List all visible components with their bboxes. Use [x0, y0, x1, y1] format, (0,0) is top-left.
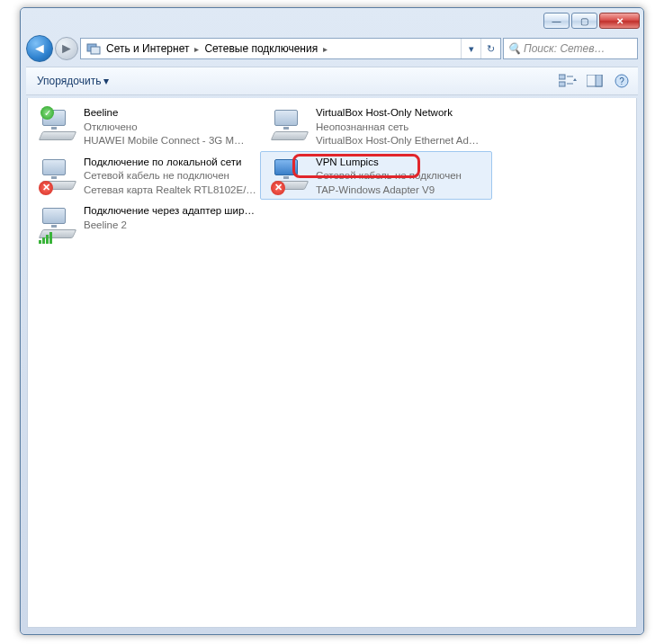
nav-back-button[interactable]: ◄: [26, 35, 53, 62]
network-adapter-icon: ✕: [269, 154, 312, 197]
item-device: VirtualBox Host-Only Ethernet Ad…: [316, 134, 490, 148]
svg-rect-1: [91, 47, 100, 54]
item-name: VPN Lumpics: [316, 156, 490, 170]
status-enabled-icon: ✓: [40, 106, 54, 120]
search-input[interactable]: 🔍 Поиск: Сетев…: [503, 38, 638, 59]
arrow-right-icon: ►: [59, 40, 74, 57]
refresh-button[interactable]: ↻: [480, 39, 500, 58]
svg-rect-2: [559, 75, 565, 79]
control-panel-icon: [85, 40, 102, 57]
preview-pane-button[interactable]: [584, 71, 606, 91]
item-status: Сетевой кабель не подключен: [84, 169, 258, 183]
item-device: TAP-Windows Adapter V9: [316, 183, 490, 198]
item-name: VirtualBox Host-Only Network: [316, 106, 490, 121]
item-text: Подключение по локальной сетиСетевой каб…: [84, 154, 258, 198]
status-error-icon: ✕: [39, 181, 53, 195]
command-bar: Упорядочить ▾ ?: [26, 67, 638, 95]
connection-item[interactable]: ✕VPN LumpicsСетевой кабель не подключенT…: [260, 151, 492, 201]
item-name: Подключение через адаптер широкополосной…: [84, 204, 258, 219]
item-text: BeelineОтключеноHUAWEI Mobile Connect - …: [84, 104, 258, 148]
connection-item[interactable]: VirtualBox Host-Only NetworkНеопознанная…: [260, 102, 492, 151]
maximize-button[interactable]: ▢: [571, 13, 597, 29]
svg-rect-7: [596, 75, 602, 86]
svg-text:?: ?: [619, 76, 624, 86]
organize-label: Упорядочить: [37, 75, 101, 87]
address-dropdown-button[interactable]: ▾: [461, 39, 480, 58]
connection-item[interactable]: Подключение через адаптер широкополосной…: [28, 200, 260, 248]
network-adapter-icon: ✕: [37, 154, 80, 197]
chevron-down-icon: ▾: [103, 75, 109, 87]
item-text: VirtualBox Host-Only NetworkНеопознанная…: [316, 104, 490, 148]
arrow-left-icon: ◄: [32, 40, 47, 57]
item-name: Beeline: [84, 106, 258, 121]
title-bar[interactable]: — ▢ ✕: [21, 8, 643, 33]
item-text: Подключение через адаптер широкополосной…: [84, 202, 258, 232]
svg-rect-3: [559, 82, 565, 86]
item-text: VPN LumpicsСетевой кабель не подключенTA…: [316, 154, 490, 198]
breadcrumb-arrow-icon[interactable]: ▸: [319, 44, 331, 54]
connection-item[interactable]: ✓BeelineОтключеноHUAWEI Mobile Connect -…: [28, 102, 260, 151]
signal-bars-icon: [39, 231, 57, 244]
content-area[interactable]: ✓BeelineОтключеноHUAWEI Mobile Connect -…: [27, 98, 637, 628]
minimize-button[interactable]: —: [543, 13, 570, 29]
network-adapter-icon: [269, 104, 312, 148]
item-status: Неопознанная сеть: [316, 121, 490, 135]
breadcrumb-arrow-icon[interactable]: ▸: [191, 44, 202, 54]
connection-item[interactable]: ✕Подключение по локальной сетиСетевой ка…: [28, 151, 260, 201]
organize-menu[interactable]: Упорядочить ▾: [31, 72, 114, 90]
view-options-button[interactable]: [557, 71, 579, 91]
item-status: Beeline 2: [84, 219, 258, 233]
network-adapter-icon: [37, 202, 80, 246]
item-name: Подключение по локальной сети: [84, 156, 258, 170]
explorer-window: — ▢ ✕ ◄ ► Сеть и Интернет ▸ Сетевые подк…: [0, 0, 664, 644]
search-placeholder: Поиск: Сетев…: [524, 42, 606, 55]
nav-bar: ◄ ► Сеть и Интернет ▸ Сетевые подключени…: [26, 33, 638, 64]
nav-forward-button: ►: [55, 37, 78, 60]
close-button[interactable]: ✕: [599, 13, 640, 29]
address-bar[interactable]: Сеть и Интернет ▸ Сетевые подключения ▸ …: [80, 38, 501, 59]
help-button[interactable]: ?: [611, 71, 633, 91]
item-device: HUAWEI Mobile Connect - 3G M…: [84, 134, 258, 148]
item-status: Сетевой кабель не подключен: [316, 169, 490, 183]
breadcrumb-seg-1[interactable]: Сеть и Интернет: [104, 42, 191, 55]
status-error-icon: ✕: [271, 181, 285, 195]
search-icon: 🔍: [504, 42, 524, 55]
breadcrumb-seg-2[interactable]: Сетевые подключения: [202, 42, 319, 55]
item-status: Отключено: [84, 121, 258, 135]
network-adapter-icon: ✓: [37, 104, 80, 148]
item-device: Сетевая карта Realtek RTL8102E/…: [84, 183, 258, 198]
